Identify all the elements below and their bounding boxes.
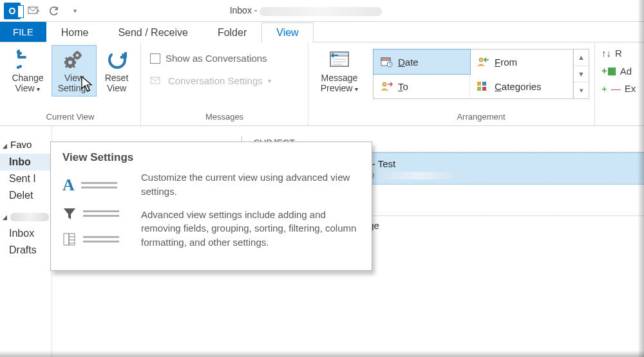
arrangement-gallery: Date From To Categories ▲ ▼ ▾ [373, 49, 589, 99]
svg-rect-30 [477, 87, 481, 91]
tooltip-text: Customize the current view using advance… [141, 170, 360, 259]
redacted-recipient [377, 172, 460, 179]
ribbon-tabs: FILE Home Send / Receive Folder View [0, 22, 644, 42]
svg-point-12 [76, 54, 79, 57]
reset-view-button[interactable]: Reset View [98, 45, 135, 96]
tab-folder[interactable]: Folder [203, 23, 261, 42]
group-messages: Show as Conversations Conversation Setti… [141, 42, 308, 125]
account-header[interactable] [3, 210, 52, 221]
expand-collapse-button[interactable]: +— Ex [601, 83, 636, 94]
font-icon: A [62, 176, 75, 195]
message-preview-button[interactable]: Message Preview ▾ [314, 45, 365, 96]
to-icon [380, 80, 393, 92]
ribbon: Change View ▾ View Se [0, 42, 644, 126]
funnel-icon [62, 206, 77, 221]
nav-deleted[interactable]: Delet [6, 187, 52, 204]
view-settings-icon [62, 48, 86, 71]
conversation-icon [150, 76, 163, 86]
svg-rect-4 [74, 61, 76, 64]
group-label-arrangement: Arrangement [373, 111, 589, 124]
group-label-current-view: Current View [5, 111, 135, 124]
change-view-icon [17, 48, 39, 71]
tooltip-graphic: A [62, 170, 127, 259]
svg-point-27 [383, 82, 386, 86]
undo-button[interactable] [46, 3, 62, 19]
svg-point-26 [479, 58, 483, 62]
svg-rect-24 [381, 58, 390, 60]
nav-inbox-2[interactable]: Inbox [6, 225, 52, 242]
qat-customize-button[interactable]: ▾ [67, 3, 82, 19]
tab-file[interactable]: FILE [0, 22, 46, 42]
group-message-preview: Message Preview ▾ [308, 42, 368, 125]
favorites-header[interactable]: Favo [3, 139, 52, 150]
window-title: Inbox - [88, 5, 640, 15]
expand-icon: + [601, 83, 607, 94]
svg-point-2 [68, 60, 72, 64]
outlook-logo-icon: O [4, 3, 21, 19]
sort-icon: ↑↓ [601, 48, 611, 59]
svg-rect-13 [73, 55, 74, 57]
group-right-clipped: ↑↓ R +▦ Ad +— Ex [595, 42, 638, 125]
tab-view[interactable]: View [261, 23, 313, 42]
svg-rect-3 [64, 61, 66, 64]
nav-sent[interactable]: Sent I [6, 170, 52, 187]
svg-rect-5 [69, 57, 71, 59]
arrange-by-to[interactable]: To [374, 74, 470, 98]
svg-rect-32 [64, 233, 69, 245]
title-bar: O ▾ Inbox - [0, 0, 644, 22]
label-rest: ate [405, 57, 419, 68]
tab-home[interactable]: Home [46, 23, 104, 42]
spacer-label [314, 111, 365, 124]
columns-icon [62, 232, 77, 246]
gallery-down[interactable]: ▼ [574, 66, 589, 83]
checkbox-icon [150, 53, 160, 64]
categories-icon [477, 81, 489, 91]
quick-access-toolbar: O ▾ [4, 3, 82, 19]
svg-rect-6 [69, 66, 71, 68]
folder-pane: Favo Inbo Sent I Delet Inbox Drafts [0, 126, 52, 357]
change-view-button[interactable]: Change View ▾ [5, 45, 50, 96]
svg-rect-31 [482, 87, 486, 91]
svg-rect-14 [80, 55, 82, 57]
group-arrangement: Date From To Categories ▲ ▼ ▾ [368, 42, 595, 125]
tab-send-receive[interactable]: Send / Receive [103, 23, 203, 42]
gallery-scroll: ▲ ▼ ▾ [573, 50, 589, 98]
gallery-up[interactable]: ▲ [574, 50, 589, 66]
nav-drafts[interactable]: Drafts [6, 242, 52, 259]
nav-inbox[interactable]: Inbo [0, 154, 52, 170]
arrange-by-categories[interactable]: Categories [470, 74, 573, 98]
label: D [398, 57, 405, 68]
view-settings-button[interactable]: View Settings [52, 45, 97, 96]
tooltip-title: View Settings [62, 151, 360, 164]
reverse-sort-button[interactable]: ↑↓ R [601, 48, 636, 59]
message-preview-icon [328, 48, 351, 71]
view-settings-tooltip: View Settings A Customize the current vi… [50, 142, 372, 271]
add-icon: +▦ [601, 65, 616, 77]
gallery-more[interactable]: ▾ [574, 82, 589, 98]
show-as-conversations-checkbox[interactable]: Show as Conversations [146, 50, 271, 66]
arrange-by-from[interactable]: From [470, 50, 573, 74]
group-current-view: Change View ▾ View Se [0, 42, 141, 125]
group-label-messages: Messages [146, 111, 303, 124]
arrange-by-date[interactable]: Date [373, 49, 471, 75]
svg-rect-15 [77, 51, 79, 52]
conversation-settings-button: Conversation Settings ▾ [146, 73, 275, 89]
svg-rect-16 [77, 59, 79, 60]
reset-view-icon [106, 48, 127, 71]
send-receive-qat-button[interactable] [26, 3, 41, 19]
redacted-account [260, 7, 382, 16]
redacted-account-name [10, 213, 49, 221]
svg-rect-29 [482, 82, 486, 86]
svg-rect-28 [477, 82, 481, 86]
calendar-icon [380, 56, 393, 68]
from-icon [477, 56, 489, 68]
add-columns-button[interactable]: +▦ Ad [601, 65, 636, 77]
